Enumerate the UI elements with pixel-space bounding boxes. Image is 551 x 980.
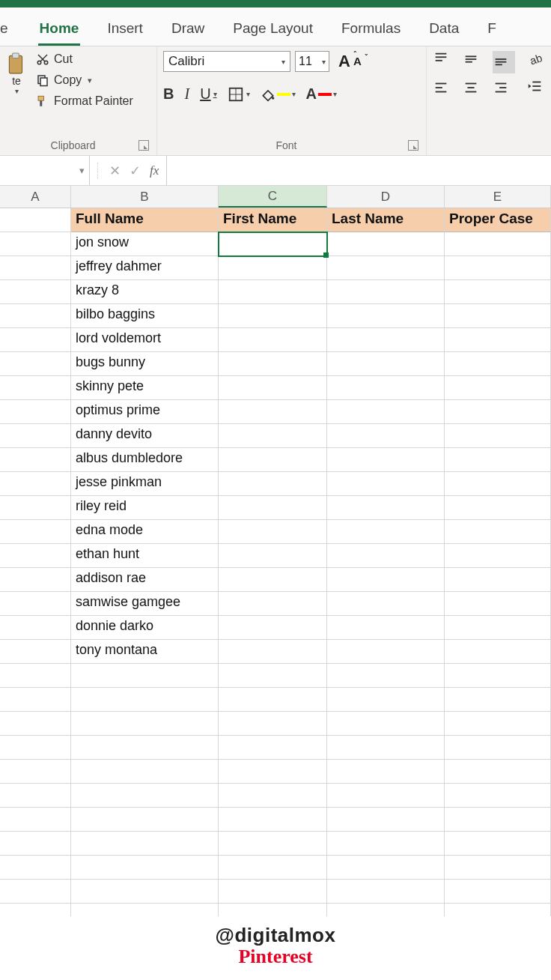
cell[interactable] <box>327 712 445 736</box>
cell[interactable] <box>327 592 445 616</box>
cell[interactable] <box>445 232 551 256</box>
cell[interactable] <box>0 664 71 688</box>
cell[interactable] <box>219 352 327 376</box>
cell[interactable] <box>219 376 327 400</box>
cell[interactable] <box>0 712 71 736</box>
cell[interactable] <box>327 832 445 856</box>
font-name-select[interactable]: Calibri ▾ <box>163 51 290 72</box>
cell[interactable]: samwise gamgee <box>71 592 219 616</box>
cell[interactable] <box>219 856 327 880</box>
cell[interactable] <box>0 280 71 304</box>
cell[interactable] <box>219 832 327 856</box>
cell[interactable] <box>71 736 219 760</box>
cell[interactable] <box>445 712 551 736</box>
cell[interactable] <box>71 688 219 712</box>
tab-cut-right[interactable]: F <box>486 16 498 46</box>
cell[interactable] <box>327 448 445 472</box>
cell[interactable] <box>445 280 551 304</box>
cell[interactable] <box>445 448 551 472</box>
cell[interactable] <box>0 856 71 880</box>
cell[interactable] <box>445 352 551 376</box>
cell[interactable]: bilbo baggins <box>71 304 219 328</box>
cell[interactable] <box>71 712 219 736</box>
cell[interactable]: danny devito <box>71 424 219 448</box>
cell[interactable] <box>445 328 551 352</box>
copy-button[interactable]: Copy ▾ <box>33 72 136 88</box>
cell[interactable] <box>327 616 445 640</box>
increase-font-button[interactable]: Aˆ <box>338 52 350 71</box>
tab-data[interactable]: Data <box>427 16 460 46</box>
cell[interactable] <box>327 568 445 592</box>
cell[interactable]: lord voldemort <box>71 328 219 352</box>
cell[interactable]: ethan hunt <box>71 544 219 568</box>
cell[interactable] <box>445 568 551 592</box>
cell[interactable] <box>445 304 551 328</box>
cell[interactable] <box>327 304 445 328</box>
tab-formulas[interactable]: Formulas <box>340 16 402 46</box>
cell[interactable] <box>219 280 327 304</box>
cell[interactable] <box>219 808 327 832</box>
cell[interactable] <box>219 400 327 424</box>
cut-button[interactable]: Cut <box>33 51 136 67</box>
cell[interactable] <box>0 208 71 232</box>
cell[interactable] <box>0 304 71 328</box>
cell[interactable]: jeffrey dahmer <box>71 256 219 280</box>
cell[interactable] <box>219 616 327 640</box>
cell[interactable] <box>327 856 445 880</box>
cell[interactable] <box>445 376 551 400</box>
cell[interactable] <box>0 736 71 760</box>
tab-home[interactable]: Home <box>38 16 81 46</box>
cell[interactable] <box>71 784 219 808</box>
cell[interactable]: Proper Case <box>445 208 551 232</box>
italic-button[interactable]: I <box>184 85 189 103</box>
cell[interactable] <box>219 520 327 544</box>
cell[interactable] <box>0 520 71 544</box>
cell[interactable] <box>0 256 71 280</box>
cell[interactable] <box>219 328 327 352</box>
cell[interactable] <box>219 760 327 784</box>
cell[interactable] <box>327 688 445 712</box>
cell[interactable] <box>327 544 445 568</box>
orientation-button[interactable]: ab <box>527 51 544 70</box>
cell[interactable] <box>445 664 551 688</box>
cell[interactable] <box>327 352 445 376</box>
cell[interactable] <box>0 400 71 424</box>
tab-draw[interactable]: Draw <box>170 16 206 46</box>
col-header-C[interactable]: C <box>219 186 327 208</box>
cell[interactable]: donnie darko <box>71 616 219 640</box>
indent-button[interactable] <box>527 78 544 97</box>
font-size-select[interactable]: 11 ▾ <box>295 51 329 72</box>
col-header-E[interactable]: E <box>445 186 551 208</box>
cell[interactable] <box>0 472 71 496</box>
cell[interactable] <box>327 736 445 760</box>
align-left-button[interactable] <box>433 79 455 102</box>
cell[interactable] <box>219 256 327 280</box>
cell[interactable]: optimus prime <box>71 400 219 424</box>
cell[interactable] <box>327 400 445 424</box>
name-box[interactable]: ▾ <box>0 156 90 185</box>
cell[interactable] <box>0 376 71 400</box>
cell[interactable] <box>327 328 445 352</box>
cell[interactable] <box>71 880 219 904</box>
cell[interactable] <box>445 784 551 808</box>
cell[interactable] <box>445 496 551 520</box>
cell[interactable] <box>0 616 71 640</box>
cell[interactable] <box>0 592 71 616</box>
cell[interactable] <box>445 472 551 496</box>
cell[interactable] <box>219 304 327 328</box>
cell[interactable] <box>327 808 445 832</box>
cell[interactable] <box>71 808 219 832</box>
cell[interactable] <box>445 520 551 544</box>
cell[interactable] <box>219 664 327 688</box>
cell[interactable] <box>445 424 551 448</box>
cell[interactable] <box>327 520 445 544</box>
tab-insert[interactable]: Insert <box>106 16 144 46</box>
cell[interactable] <box>445 808 551 832</box>
dialog-launcher-icon[interactable] <box>138 140 149 151</box>
cell[interactable] <box>0 352 71 376</box>
cell[interactable] <box>0 328 71 352</box>
cell[interactable] <box>327 256 445 280</box>
fill-color-button[interactable]: ▾ <box>261 87 296 102</box>
cell[interactable]: riley reid <box>71 496 219 520</box>
col-header-A[interactable]: A <box>0 186 71 208</box>
